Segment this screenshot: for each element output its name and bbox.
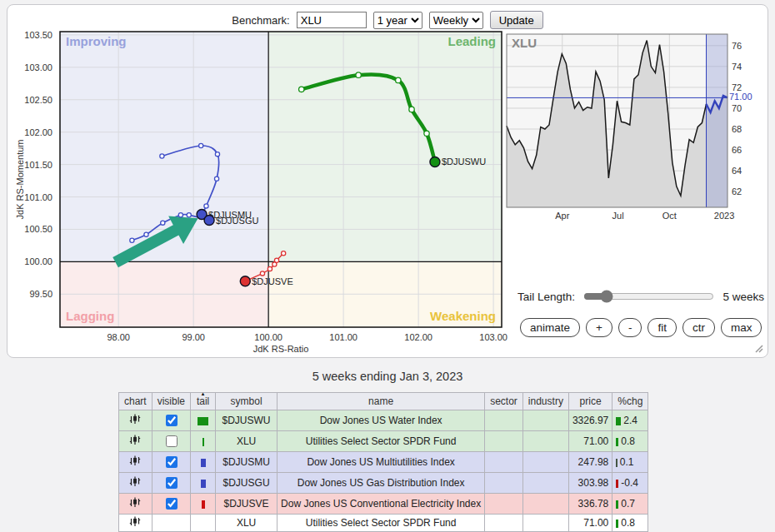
table-row: $DJUSGUDow Jones US Gas Distribution Ind…: [119, 473, 648, 494]
tail-window-highlight: [707, 34, 728, 207]
svg-text:100.50: 100.50: [24, 224, 52, 234]
table-row: XLUUtilities Select Sector SPDR Fund71.0…: [119, 431, 648, 452]
column-header-visible[interactable]: visible: [152, 393, 190, 410]
animate-button[interactable]: animate: [520, 318, 580, 337]
tail-length-control: Tail Length: 5 weeks: [518, 289, 764, 304]
rrg-label-$DJUSWU: $DJUSWU: [442, 157, 486, 167]
rrg-label-$DJUSGU: $DJUSGU: [216, 216, 258, 226]
svg-text:103.50: 103.50: [24, 30, 52, 40]
rrg-head-$DJUSGU: [204, 216, 214, 226]
zoom-out-button[interactable]: -: [618, 318, 642, 337]
column-header-chart[interactable]: chart: [119, 393, 152, 410]
chg-bar: [616, 480, 618, 488]
svg-text:64: 64: [732, 166, 742, 176]
symbols-table: chartvisibletail▴symbolnamesectorindustr…: [118, 392, 648, 532]
tail-swatch: [201, 480, 206, 488]
svg-text:JdK RS-Ratio: JdK RS-Ratio: [253, 344, 309, 354]
table-row: $DJUSMUDow Jones US Multiutilities Index…: [119, 452, 648, 473]
symbol-cell: $DJUSVE: [224, 498, 269, 510]
chg-bar: [616, 500, 618, 509]
rrg-chart[interactable]: 98.0099.00100.00101.00102.00103.0099.501…: [12, 27, 521, 361]
svg-text:74: 74: [732, 62, 742, 72]
quadrant-label-weakening: Weakening: [430, 309, 496, 323]
resize-handle-icon[interactable]: [752, 341, 763, 353]
name-cell: Utilities Select Sector SPDR Fund: [306, 517, 457, 529]
svg-text:99.00: 99.00: [182, 332, 205, 342]
svg-text:Jul: Jul: [612, 211, 624, 221]
symbol-cell: $DJUSWU: [222, 415, 271, 426]
tail-length-slider[interactable]: [583, 291, 714, 302]
chg-cell: 0.1: [620, 456, 634, 468]
price-cell: 71.00: [583, 435, 608, 447]
quadrant-improving: [60, 32, 268, 261]
symbol-cell: $DJUSGU: [223, 477, 270, 489]
mini-chart-symbol: XLU: [512, 36, 537, 50]
quadrant-leading: [268, 32, 502, 261]
column-header-tail[interactable]: tail▴: [191, 393, 216, 410]
table-header-row: chartvisibletail▴symbolnamesectorindustr…: [119, 393, 648, 410]
price-cell: 3326.97: [572, 415, 608, 426]
table-row: $DJUSWUDow Jones US Water Index3326.972.…: [119, 410, 648, 431]
chart-icon[interactable]: [129, 435, 141, 445]
zoom-in-button[interactable]: +: [586, 318, 612, 337]
svg-text:JdK RS-Momentum: JdK RS-Momentum: [15, 140, 25, 220]
price-cell: 303.98: [578, 477, 609, 489]
column-header-pctchg[interactable]: %chg: [612, 393, 648, 410]
name-cell: Dow Jones US Water Index: [320, 415, 442, 426]
last-price-label: 71.00: [729, 92, 752, 102]
rrg-head-$DJUSVE: [240, 276, 250, 286]
center-button[interactable]: ctr: [682, 318, 715, 337]
table-row: $DJUSVEDow Jones US Conventional Electri…: [119, 494, 648, 515]
svg-text:2023: 2023: [714, 211, 734, 221]
svg-text:100.00: 100.00: [24, 256, 52, 266]
chart-icon[interactable]: [129, 414, 141, 425]
chart-icon[interactable]: [129, 516, 141, 527]
chg-cell: 0.7: [621, 498, 635, 510]
symbol-cell: $DJUSMU: [222, 456, 270, 468]
svg-text:102.00: 102.00: [24, 127, 52, 137]
benchmark-mini-chart[interactable]: 7674727068666462AprJulOct202371.00XLU: [506, 30, 766, 226]
chg-cell: -0.4: [621, 477, 638, 489]
tail-swatch: [202, 500, 205, 509]
svg-text:99.50: 99.50: [29, 289, 52, 299]
visible-checkbox[interactable]: [166, 498, 178, 510]
svg-text:102.00: 102.00: [404, 332, 432, 342]
column-header-price[interactable]: price: [568, 393, 612, 410]
svg-text:70: 70: [732, 103, 742, 113]
symbol-cell: XLU: [237, 435, 256, 447]
chart-icon[interactable]: [129, 476, 141, 487]
symbol-cell: XLU: [237, 517, 256, 529]
visible-checkbox[interactable]: [166, 477, 178, 489]
svg-text:76: 76: [732, 41, 742, 51]
visible-checkbox[interactable]: [166, 415, 178, 426]
tail-swatch: [202, 438, 204, 446]
benchmark-input[interactable]: [297, 12, 367, 28]
svg-text:66: 66: [732, 145, 742, 155]
tail-swatch: [198, 417, 208, 425]
fit-button[interactable]: fit: [648, 318, 677, 337]
chg-cell: 0.8: [621, 517, 635, 529]
name-cell: Utilities Select Sector SPDR Fund: [306, 435, 457, 447]
rrg-label-$DJUSVE: $DJUSVE: [252, 276, 293, 286]
price-cell: 336.78: [578, 498, 609, 510]
visible-checkbox[interactable]: [166, 456, 178, 468]
tail-length-value: 5 weeks: [722, 291, 764, 303]
visible-checkbox[interactable]: [166, 435, 178, 447]
name-cell: Dow Jones US Gas Distribution Index: [298, 477, 465, 489]
chart-icon[interactable]: [129, 455, 141, 466]
column-header-symbol[interactable]: symbol: [216, 393, 278, 410]
rrg-button-row: animate + - fit ctr max: [520, 318, 762, 337]
chg-bar: [616, 438, 618, 446]
column-header-name[interactable]: name: [278, 393, 485, 410]
svg-text:103.00: 103.00: [24, 62, 52, 72]
name-cell: Dow Jones US Multiutilities Index: [307, 456, 454, 468]
max-button[interactable]: max: [721, 318, 762, 337]
quadrant-label-leading: Leading: [448, 34, 496, 48]
column-header-industry[interactable]: industry: [522, 393, 568, 410]
tail-length-label: Tail Length:: [518, 291, 575, 303]
svg-text:101.00: 101.00: [24, 192, 52, 202]
quadrant-label-lagging: Lagging: [66, 309, 114, 323]
rrg-panel: Benchmark: 1 year Weekly Update 98.0099.…: [7, 4, 768, 358]
column-header-sector[interactable]: sector: [485, 393, 523, 410]
chart-icon[interactable]: [129, 497, 141, 508]
